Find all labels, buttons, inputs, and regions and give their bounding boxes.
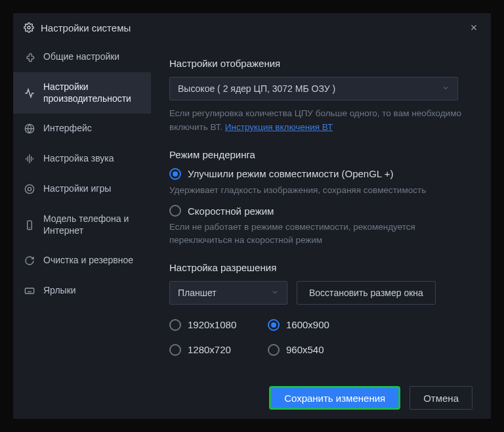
render-speed-desc: Если не работает в режиме совместимости,…: [169, 221, 472, 248]
radio-icon: [169, 344, 181, 356]
radio-icon: [268, 319, 280, 331]
radio-label: Улучшили режим совместимости (OpenGL +): [188, 168, 394, 179]
sidebar-item-label: Настройки производительности: [43, 81, 140, 104]
sidebar-item-label: Общие настройки: [43, 51, 119, 63]
radio-icon: [169, 319, 181, 331]
dropdown-value: Высокое ( 2 ядер ЦП, 3072 МБ ОЗУ ): [178, 83, 335, 94]
footer: Сохранить изменения Отмена: [13, 377, 491, 419]
render-mode-speed[interactable]: Скоростной режим: [169, 205, 472, 217]
gear-icon: [24, 22, 34, 33]
sidebar-item-cleanup[interactable]: Очистка и резервное: [13, 246, 151, 276]
radio-label: 1280x720: [188, 344, 231, 355]
resolution-preset-dropdown[interactable]: Планшет: [169, 281, 287, 305]
titlebar-title: Настройки системы: [41, 22, 467, 33]
display-preset-dropdown[interactable]: Высокое ( 2 ядер ЦП, 3072 МБ ОЗУ ): [169, 77, 458, 100]
dialog-body: Общие настройки Настройки производительн…: [13, 42, 491, 377]
sidebar: Общие настройки Настройки производительн…: [13, 42, 151, 377]
globe-icon: [24, 123, 35, 135]
radio-label: 1920x1080: [188, 319, 236, 330]
render-mode-title: Режим рендеринга: [169, 149, 472, 160]
sidebar-item-label: Модель телефона и Интернет: [43, 213, 140, 236]
resolution-1920x1080[interactable]: 1920x1080: [169, 319, 268, 331]
game-icon: [24, 183, 35, 195]
content-panel: Настройки отображения Высокое ( 2 ядер Ц…: [151, 42, 491, 377]
sidebar-item-phone-internet[interactable]: Модель телефона и Интернет: [13, 204, 151, 246]
svg-point-6: [28, 187, 31, 190]
settings-dialog: Настройки системы Общие настройки Настро…: [13, 13, 491, 419]
chevron-down-icon: [442, 83, 450, 94]
sidebar-item-interface[interactable]: Интерфейс: [13, 114, 151, 144]
sidebar-item-general[interactable]: Общие настройки: [13, 42, 151, 72]
restore-window-button[interactable]: Восстановить размер окна: [297, 281, 436, 305]
sidebar-item-label: Ярлыки: [43, 285, 76, 297]
sidebar-item-shortcuts[interactable]: Ярлыки: [13, 276, 151, 306]
phone-icon: [24, 219, 35, 231]
svg-point-0: [28, 26, 30, 29]
svg-rect-9: [25, 288, 33, 293]
dropdown-value: Планшет: [178, 288, 217, 298]
vt-instruction-link[interactable]: Инструкция включения ВТ: [225, 122, 333, 132]
close-button[interactable]: [467, 21, 480, 34]
sidebar-item-label: Настройка звука: [43, 153, 114, 165]
titlebar: Настройки системы: [13, 13, 491, 42]
radio-label: 960x540: [286, 344, 324, 355]
radio-label: 1600x900: [286, 319, 329, 330]
sidebar-item-label: Настройки игры: [43, 183, 111, 195]
cpu-hint: Если регулировка количества ЦПУ больше о…: [169, 107, 472, 135]
sidebar-item-performance[interactable]: Настройки производительности: [13, 72, 151, 114]
save-button[interactable]: Сохранить изменения: [269, 386, 400, 410]
svg-point-5: [25, 184, 33, 193]
keyboard-icon: [24, 285, 35, 297]
puzzle-icon: [24, 51, 35, 63]
radio-label: Скоростной режим: [188, 205, 274, 217]
pulse-icon: [24, 87, 35, 99]
display-settings-title: Настройки отображения: [169, 58, 472, 69]
cancel-button[interactable]: Отмена: [410, 386, 472, 410]
sidebar-item-sound[interactable]: Настройка звука: [13, 144, 151, 174]
radio-icon: [169, 168, 181, 180]
radio-icon: [268, 344, 280, 356]
chevron-down-icon: [271, 288, 279, 298]
render-opengl-desc: Удерживает гладкость изображения, сохран…: [169, 184, 472, 197]
radio-icon: [169, 205, 181, 217]
resolution-title: Настройка разрешения: [169, 262, 472, 273]
sidebar-item-game[interactable]: Настройки игры: [13, 174, 151, 204]
resolution-1280x720[interactable]: 1280x720: [169, 344, 268, 356]
sound-icon: [24, 153, 35, 165]
refresh-icon: [24, 255, 35, 267]
sidebar-item-label: Интерфейс: [43, 123, 92, 135]
resolution-960x540[interactable]: 960x540: [268, 344, 366, 356]
sidebar-item-label: Очистка и резервное: [43, 255, 133, 267]
resolution-grid: 1920x1080 1600x900 1280x720 960x540: [169, 314, 472, 356]
render-mode-opengl[interactable]: Улучшили режим совместимости (OpenGL +): [169, 168, 472, 180]
resolution-1600x900[interactable]: 1600x900: [268, 319, 366, 331]
